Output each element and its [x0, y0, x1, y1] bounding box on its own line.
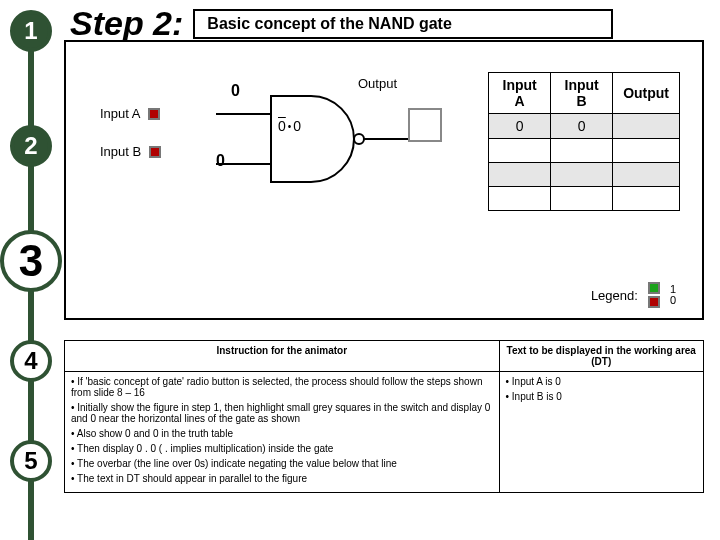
- cell: [613, 163, 680, 187]
- step-title: Basic concept of the NAND gate: [193, 9, 613, 39]
- input-b-row: Input B: [100, 144, 161, 159]
- list-item: The text in DT should appear in parallel…: [71, 473, 493, 484]
- instruction-table: Instruction for the animator Text to be …: [64, 340, 704, 493]
- list-item: Input B is 0: [506, 391, 697, 402]
- cell: [489, 139, 551, 163]
- led-off-icon: [648, 296, 660, 308]
- cell: [613, 139, 680, 163]
- th-output: Output: [613, 73, 680, 114]
- input-a-led-icon: [148, 108, 160, 120]
- legend: Legend: 1 0: [591, 282, 676, 308]
- input-b-led-icon: [149, 146, 161, 158]
- cell: [551, 139, 613, 163]
- list-item: Also show 0 and 0 in the truth table: [71, 428, 493, 439]
- step-number: Step 2:: [70, 4, 183, 43]
- inst-body-row: If 'basic concept of gate' radio button …: [65, 372, 704, 493]
- cell: [489, 187, 551, 211]
- table-row: [489, 187, 680, 211]
- th-input-a: Input A: [489, 73, 551, 114]
- timeline-node-5: 5: [10, 440, 52, 482]
- inst-animator-cell: If 'basic concept of gate' radio button …: [65, 372, 500, 493]
- list-item: The overbar (the line over 0s) indicate …: [71, 458, 493, 469]
- svg-point-2: [354, 134, 364, 144]
- truth-table: Input A Input B Output 0 0: [488, 72, 680, 211]
- cell: [489, 163, 551, 187]
- timeline-node-label: 1: [24, 17, 37, 45]
- cell: 0: [551, 114, 613, 139]
- expr-right: 0: [293, 118, 301, 134]
- legend-low: 0: [670, 295, 676, 306]
- timeline-node-1: 1: [10, 10, 52, 52]
- list-item: If 'basic concept of gate' radio button …: [71, 376, 493, 398]
- led-on-icon: [648, 282, 660, 294]
- dot-icon: •: [288, 121, 292, 132]
- inst-header-row: Instruction for the animator Text to be …: [65, 341, 704, 372]
- inst-col1-header: Instruction for the animator: [65, 341, 500, 372]
- input-a-label: Input A: [100, 106, 140, 121]
- cell: [551, 187, 613, 211]
- timeline-node-label: 2: [24, 132, 37, 160]
- output-label: Output: [358, 76, 397, 91]
- cell: [551, 163, 613, 187]
- legend-values: 1 0: [670, 284, 676, 306]
- gate-expression: 0 • 0: [278, 118, 301, 134]
- figure-panel: Input A Input B 0 0 0 • 0 Output Input A…: [64, 40, 704, 320]
- th-input-b: Input B: [551, 73, 613, 114]
- output-box: [408, 108, 442, 142]
- table-row: [489, 139, 680, 163]
- list-item: Then display 0 . 0 ( . implies multiplic…: [71, 443, 493, 454]
- inst-dt-cell: Input A is 0 Input B is 0: [499, 372, 703, 493]
- input-b-label: Input B: [100, 144, 141, 159]
- timeline-node-3: 3: [0, 230, 62, 292]
- legend-label: Legend:: [591, 288, 638, 303]
- timeline-node-4: 4: [10, 340, 52, 382]
- cell: 0: [489, 114, 551, 139]
- list-item: Initially show the figure in step 1, the…: [71, 402, 493, 424]
- timeline-node-2: 2: [10, 125, 52, 167]
- step-header: Step 2: Basic concept of the NAND gate: [70, 4, 613, 43]
- timeline-node-label: 5: [24, 447, 37, 475]
- list-item: Input A is 0: [506, 376, 697, 387]
- table-row: 0 0: [489, 114, 680, 139]
- timeline-node-label: 4: [24, 347, 37, 375]
- legend-leds: [648, 282, 660, 308]
- cell: [613, 114, 680, 139]
- expr-left: 0: [278, 118, 286, 134]
- input-a-row: Input A: [100, 106, 160, 121]
- timeline-node-label: 3: [19, 236, 43, 286]
- cell: [613, 187, 680, 211]
- table-row: [489, 163, 680, 187]
- inst-col2-header: Text to be displayed in the working area…: [499, 341, 703, 372]
- table-header-row: Input A Input B Output: [489, 73, 680, 114]
